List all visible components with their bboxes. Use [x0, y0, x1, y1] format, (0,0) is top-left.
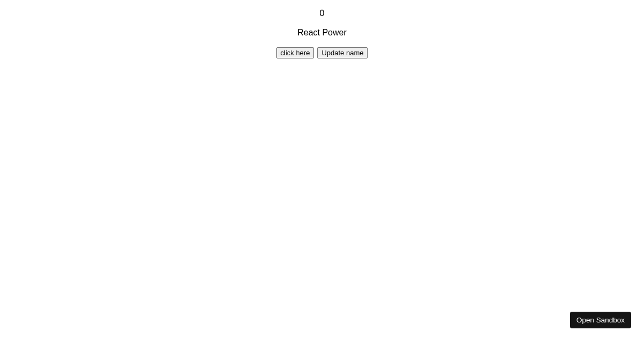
- counter-value: 0: [0, 9, 644, 18]
- page-title: React Power: [0, 28, 644, 38]
- click-here-button[interactable]: click here: [276, 47, 314, 58]
- button-row: click here Update name: [0, 47, 644, 58]
- main-content: 0 React Power click here Update name: [0, 0, 644, 58]
- open-sandbox-button[interactable]: Open Sandbox: [570, 312, 631, 328]
- update-name-button[interactable]: Update name: [317, 47, 368, 58]
